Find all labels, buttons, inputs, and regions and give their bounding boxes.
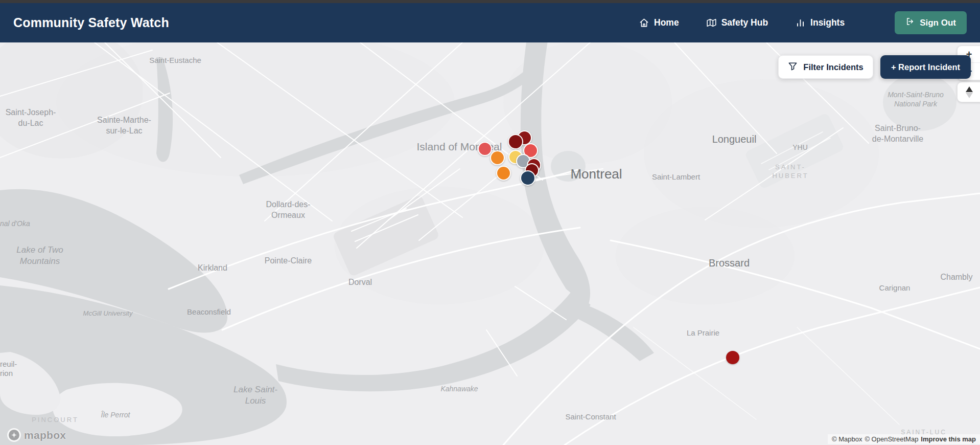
funnel-icon [788, 61, 798, 73]
bar-chart-icon [796, 18, 805, 28]
incident-marker[interactable] [508, 134, 523, 149]
mapbox-logo[interactable]: mapbox [7, 428, 66, 442]
compass-north-icon [966, 86, 973, 92]
nav-item-insights[interactable]: Insights [796, 17, 845, 28]
nav-item-label: Safety Hub [721, 17, 768, 28]
incident-marker[interactable] [490, 150, 505, 165]
nav-item-home[interactable]: Home [639, 17, 679, 28]
attribution-osm-link[interactable]: © OpenStreetMap [865, 435, 918, 443]
sign-out-icon [905, 17, 915, 29]
incident-marker[interactable] [520, 170, 535, 186]
compass-south-icon [966, 93, 973, 98]
app-header: Community Safety Watch Home Safety Hub I… [0, 3, 980, 42]
main-nav: Home Safety Hub Insights Sign Out [639, 11, 967, 34]
filter-incidents-button[interactable]: Filter Incidents [778, 55, 873, 79]
mapbox-wordmark: mapbox [24, 429, 66, 441]
incident-marker[interactable] [496, 166, 511, 181]
mapbox-pin-icon [7, 428, 21, 442]
attribution-mapbox-link[interactable]: © Mapbox [832, 435, 862, 443]
sign-out-label: Sign Out [920, 18, 956, 28]
report-incident-button[interactable]: + Report Incident [880, 55, 971, 79]
incident-marker[interactable] [726, 351, 739, 364]
app-title: Community Safety Watch [13, 15, 169, 30]
incident-marker[interactable] [478, 142, 492, 156]
filter-incidents-label: Filter Incidents [803, 62, 863, 72]
home-icon [639, 18, 649, 28]
app-window: Saint-EustacheSaint-Joseph- du-LacSainte… [0, 0, 980, 445]
map-attribution: © Mapbox © OpenStreetMap Improve this ma… [828, 434, 980, 444]
improve-map-link[interactable]: Improve this map [921, 435, 976, 443]
compass-control[interactable] [957, 82, 980, 102]
nav-item-label: Insights [810, 17, 845, 28]
sign-out-button[interactable]: Sign Out [895, 11, 967, 34]
nav-item-safety-hub[interactable]: Safety Hub [707, 17, 768, 28]
nav-item-label: Home [654, 17, 679, 28]
map-icon [707, 18, 716, 28]
report-incident-label: + Report Incident [891, 62, 960, 72]
